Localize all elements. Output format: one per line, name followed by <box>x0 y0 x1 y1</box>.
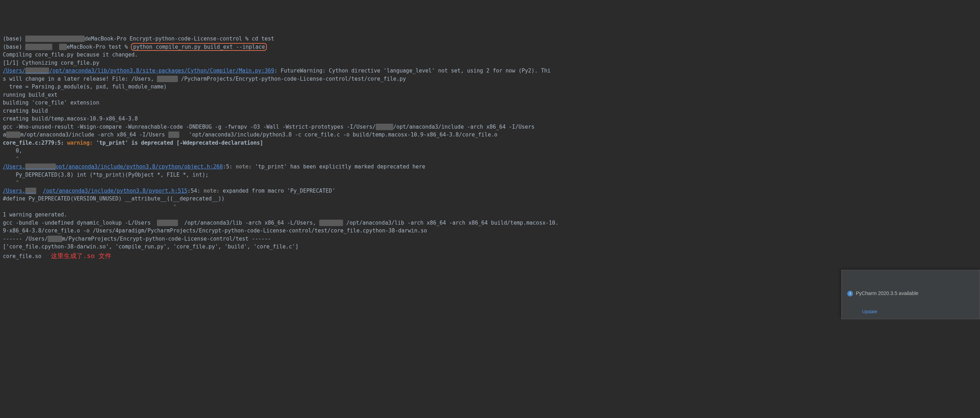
output-line: creating build <box>3 108 48 114</box>
redacted-text <box>157 76 178 82</box>
file-link[interactable]: /opt/anaconda3/lib/python3.8/site-packag… <box>49 68 274 74</box>
update-link[interactable]: Update <box>862 309 877 314</box>
redacted-text <box>157 220 178 226</box>
output-line: /Users/ /opt/anaconda3/lib/python3.8/sit… <box>3 68 550 74</box>
caret-marker: ^ <box>3 179 19 186</box>
output-line: building 'core_file' extension <box>3 100 99 106</box>
output-line: gcc -Wno-unused-result -Wsign-compare -W… <box>3 124 535 130</box>
redacted-text <box>59 44 67 50</box>
output-line: /Users, /opt/anaconda3/include/python3.8… <box>3 188 335 194</box>
output-line: tree = Parsing.p_module(s, pxd, full_mod… <box>3 84 167 90</box>
output-line: 1 warning generated. <box>3 212 67 218</box>
terminal-output: (base) paradigm@4paradigmdeMacBook-Pro E… <box>3 35 977 261</box>
notification-header: i PyCharm 2020.3.5 available <box>847 290 974 297</box>
redacted-text <box>25 68 49 74</box>
output-line: core_file.c:2779:5: warning: 'tp_print' … <box>3 140 263 146</box>
file-link[interactable]: /Users/ <box>3 68 25 74</box>
output-line: running build_ext <box>3 92 58 98</box>
caret-marker: ^ <box>3 204 177 210</box>
prompt-line-2: (base) paradigm eMacBook-Pro test % pyth… <box>3 43 267 51</box>
output-line: [1/1] Cythonizing core_file.py <box>3 60 99 66</box>
highlighted-command: python compile_run.py build_ext --inplac… <box>131 43 267 51</box>
output-line: s will change in a later release! File: … <box>3 76 406 82</box>
redacted-text: paradigm@4paradigm <box>25 36 85 42</box>
output-line: /Users, opt/anaconda3/include/python3.8/… <box>3 163 425 170</box>
redacted-text <box>25 188 36 194</box>
output-line: 9-x86_64-3.8/core_file.o -o /Users/4para… <box>3 228 427 234</box>
redacted-text <box>319 220 343 226</box>
redacted-text: paradigm <box>25 44 52 50</box>
user-annotation: 这里生成了.so 文件 <box>51 252 111 260</box>
output-line: 0, <box>3 147 22 154</box>
file-link[interactable]: opt/anaconda3/include/python3.8/cpython/… <box>56 163 223 170</box>
output-line: a m/opt/anaconda3/include -arch x86_64 -… <box>3 131 498 138</box>
redacted-text <box>48 236 62 242</box>
caret-marker: ^ <box>3 156 19 162</box>
output-line: gcc -bundle -undefined dynamic_lookup -L… <box>3 220 558 226</box>
file-link[interactable]: /Users, <box>3 163 25 170</box>
info-icon: i <box>847 291 853 296</box>
file-link[interactable]: /Users, <box>3 188 25 194</box>
redacted-text <box>25 163 56 170</box>
redacted-text <box>6 131 20 138</box>
file-link[interactable]: /opt/anaconda3/include/python3.8/pyport.… <box>43 188 187 194</box>
output-line: Compiling core_file.py because it change… <box>3 52 138 58</box>
redacted-text <box>376 124 393 130</box>
notification-title: PyCharm 2020.3.5 available <box>856 290 918 297</box>
output-line: Py_DEPRECATED(3.8) int (*tp_print)(PyObj… <box>3 172 208 178</box>
prompt-line-1: (base) paradigm@4paradigmdeMacBook-Pro E… <box>3 36 274 42</box>
output-line: #define Py_DEPRECATED(VERSION_UNUSED) __… <box>3 195 224 202</box>
output-line: core_file.so 这里生成了.so 文件 <box>3 253 111 260</box>
redacted-text <box>168 131 179 138</box>
output-line: creating build/temp.macosx-10.9-x86_64-3… <box>3 116 138 122</box>
update-notification: i PyCharm 2020.3.5 available Update <box>841 270 980 319</box>
output-line: ['core_file.cpython-38-darwin.so', 'comp… <box>3 244 299 250</box>
output-line: ------ /Users/ m/PycharmProjects/Encrypt… <box>3 236 271 242</box>
